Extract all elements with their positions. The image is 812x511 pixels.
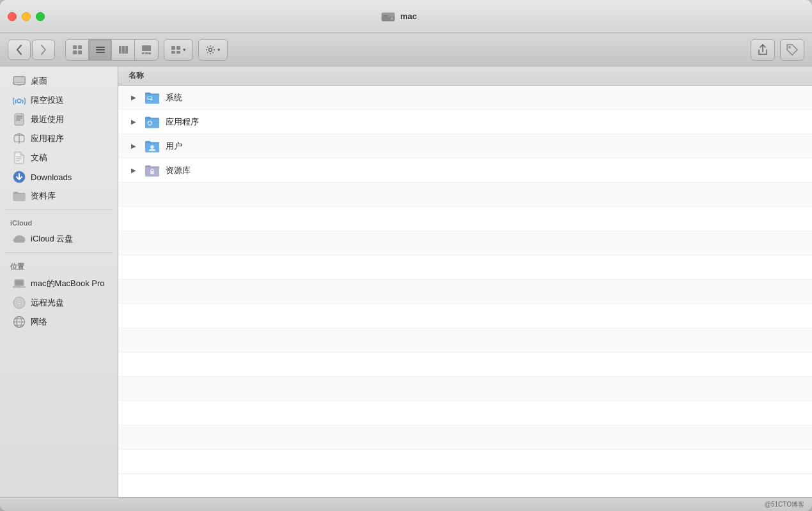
svg-rect-50 (148, 97, 152, 98)
table-row[interactable]: ▶ 用户 (118, 134, 812, 158)
svg-rect-35 (16, 160, 20, 161)
nav-buttons (8, 40, 55, 60)
svg-rect-30 (16, 116, 22, 117)
svg-rect-32 (16, 119, 20, 121)
sidebar-item-library[interactable]: 资料库 (3, 187, 115, 206)
settings-button[interactable]: ▾ (199, 40, 227, 60)
share-group (751, 39, 775, 61)
tag-button[interactable] (781, 40, 804, 60)
sidebar-item-desktop[interactable]: 桌面 (3, 72, 115, 91)
minimize-button[interactable] (22, 12, 31, 21)
empty-row (118, 401, 812, 425)
svg-rect-39 (13, 287, 26, 288)
settings-group: ▾ (198, 39, 228, 61)
sidebar-item-airdrop[interactable]: 隔空投送 (3, 91, 115, 110)
svg-rect-10 (96, 52, 105, 53)
table-row[interactable]: ▶ 资源库 (118, 158, 812, 183)
empty-row (118, 280, 812, 304)
svg-rect-13 (125, 46, 128, 54)
svg-rect-9 (96, 49, 105, 50)
table-row[interactable]: ▶ 系统 (118, 86, 812, 110)
svg-rect-27 (17, 84, 21, 86)
sidebar-item-label: mac的MacBook Pro (31, 278, 105, 289)
svg-point-2 (391, 17, 393, 20)
maximize-button[interactable] (36, 12, 45, 21)
file-list: ▶ 系统 ▶ (118, 86, 812, 497)
sidebar-item-label: iCloud 云盘 (31, 233, 73, 245)
apps-icon (13, 132, 26, 145)
file-name: 用户 (166, 141, 182, 152)
window-title-text: mac (400, 11, 417, 21)
sidebar-divider-1 (5, 210, 113, 210)
svg-rect-15 (142, 52, 144, 54)
network-icon (13, 316, 26, 328)
gallery-view-button[interactable] (135, 40, 158, 60)
file-name: 资源库 (166, 165, 191, 176)
svg-rect-31 (16, 118, 22, 119)
empty-row (118, 304, 812, 328)
sidebar-item-label: 应用程序 (31, 133, 64, 144)
svg-rect-6 (73, 50, 77, 54)
sidebar-item-docs[interactable]: 文稿 (3, 148, 115, 167)
empty-row (118, 207, 812, 231)
svg-point-54 (150, 145, 154, 149)
sidebar-item-downloads[interactable]: Downloads (3, 167, 115, 187)
finder-window: mac (0, 0, 812, 511)
empty-row (118, 256, 812, 280)
svg-rect-11 (119, 46, 121, 54)
file-list-header: 名称 (118, 66, 812, 86)
arrange-button[interactable]: ▾ (164, 40, 192, 60)
file-name: 系统 (166, 92, 182, 103)
expand-arrow[interactable]: ▶ (129, 141, 139, 151)
sidebar-item-label: 最近使用 (31, 114, 64, 125)
svg-rect-4 (73, 45, 77, 49)
expand-arrow[interactable]: ▶ (129, 165, 139, 176)
empty-row (118, 231, 812, 256)
airdrop-icon (13, 94, 26, 107)
disc-icon (13, 296, 26, 309)
svg-rect-3 (383, 15, 388, 17)
svg-rect-5 (78, 45, 82, 49)
svg-rect-18 (171, 46, 175, 50)
back-button[interactable] (8, 40, 31, 60)
traffic-lights (8, 12, 45, 21)
icon-view-button[interactable] (66, 40, 89, 60)
svg-rect-17 (148, 52, 151, 54)
sidebar-item-network[interactable]: 网络 (3, 312, 115, 332)
sidebar-item-label: 网络 (31, 316, 47, 328)
sidebar-item-label: 资料库 (31, 190, 56, 202)
sidebar: 桌面 隔空投送 (0, 66, 118, 497)
docs-icon (13, 151, 26, 164)
expand-arrow[interactable]: ▶ (129, 93, 139, 103)
svg-rect-7 (78, 50, 82, 54)
svg-rect-19 (176, 46, 180, 50)
list-view-button[interactable] (89, 40, 112, 60)
sidebar-item-label: 文稿 (31, 152, 47, 164)
cloud-icon (13, 233, 26, 245)
share-button[interactable] (751, 40, 774, 60)
sidebar-divider-2 (5, 252, 113, 253)
sidebar-item-recent[interactable]: 最近使用 (3, 110, 115, 129)
sidebar-item-label: 隔空投送 (31, 95, 64, 106)
downloads-icon (13, 171, 26, 183)
svg-point-23 (788, 46, 791, 49)
svg-rect-52 (148, 99, 151, 100)
folder-user-icon (144, 139, 160, 153)
location-section-label: 位置 (0, 257, 118, 274)
svg-rect-12 (122, 46, 125, 54)
folder-library-icon (144, 164, 160, 178)
close-button[interactable] (8, 12, 17, 21)
expand-arrow[interactable]: ▶ (129, 117, 139, 127)
sidebar-item-icloud-drive[interactable]: iCloud 云盘 (3, 229, 115, 248)
sidebar-item-optical[interactable]: 远程光盘 (3, 293, 115, 312)
forward-button[interactable] (32, 40, 55, 60)
recent-icon (13, 113, 26, 126)
arrange-chevron: ▾ (183, 47, 186, 53)
sidebar-item-macbook[interactable]: mac的MacBook Pro (3, 274, 115, 293)
titlebar: mac (0, 0, 812, 33)
svg-point-22 (209, 48, 212, 51)
sidebar-item-apps[interactable]: 应用程序 (3, 129, 115, 148)
table-row[interactable]: ▶ 应用程序 (118, 110, 812, 134)
column-view-button[interactable] (112, 40, 135, 60)
laptop-icon (13, 277, 26, 290)
